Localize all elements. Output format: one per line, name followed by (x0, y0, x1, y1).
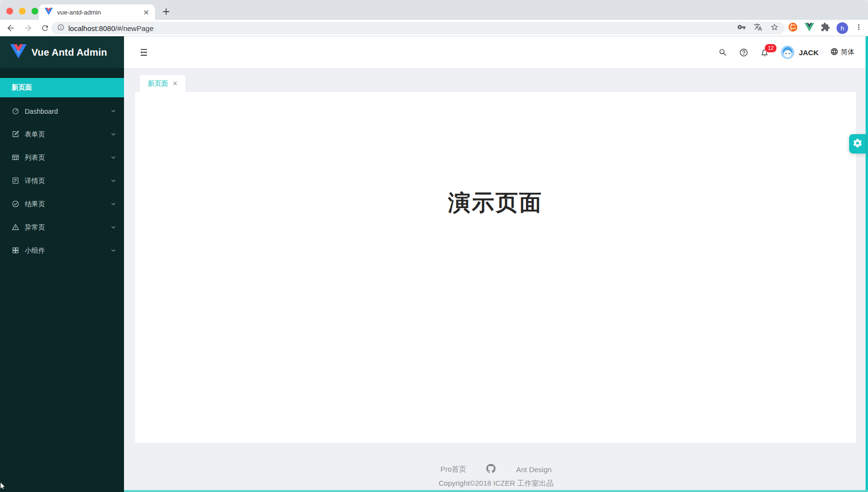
globe-icon (830, 47, 838, 57)
traffic-lights (6, 8, 38, 15)
extensions-puzzle-icon[interactable] (821, 22, 830, 34)
new-tab-button[interactable] (161, 6, 171, 19)
settings-gear-button[interactable] (849, 134, 866, 154)
settings-drawer-edge (866, 36, 868, 492)
app-header: 12 JACK (124, 36, 868, 68)
app-root: Vue Antd Admin 新页面 Dashboard (0, 36, 868, 492)
sidebar-item-new-page[interactable]: 新页面 (0, 78, 124, 97)
page-tab-close-icon[interactable]: ✕ (172, 80, 178, 87)
sidebar-item-form[interactable]: 表单页 (0, 125, 124, 144)
main-area: 12 JACK (124, 36, 868, 492)
chevron-down-icon (110, 224, 116, 231)
sidebar-item-widgets[interactable]: 小组件 (0, 241, 124, 261)
browser-tabstrip: vue-antd-admin ✕ (0, 0, 868, 20)
language-label: 简体 (841, 48, 854, 57)
chevron-down-icon (110, 131, 116, 138)
sidebar-item-list[interactable]: 列表页 (0, 148, 124, 168)
browser-toolbar: localhost:8080/#/newPage (0, 20, 868, 36)
help-icon[interactable] (739, 48, 748, 57)
forward-icon[interactable] (23, 23, 33, 33)
block-icon (12, 246, 19, 256)
form-icon (12, 130, 19, 139)
dashboard-icon (12, 107, 19, 116)
avatar (781, 46, 794, 59)
notification-badge: 12 (764, 44, 777, 53)
sidebar-item-exception[interactable]: 异常页 (0, 218, 124, 237)
chevron-down-icon (110, 247, 116, 255)
check-circle-icon (12, 200, 19, 209)
profile-icon (12, 177, 19, 186)
notifications-bell-icon[interactable]: 12 (760, 48, 769, 57)
url-text: localhost:8080/#/newPage (68, 24, 154, 32)
footer-link-pro-home[interactable]: Pro首页 (440, 465, 466, 474)
mouse-cursor (0, 482, 5, 491)
browser-tab[interactable]: vue-antd-admin ✕ (39, 4, 155, 20)
global-footer: Pro首页 Ant Design Copyright©2018 ICZER 工作… (124, 443, 868, 490)
chevron-down-icon (110, 177, 116, 185)
user-menu[interactable]: JACK (781, 46, 819, 59)
footer-link-ant-design[interactable]: Ant Design (516, 465, 551, 474)
username: JACK (799, 48, 819, 57)
refresh-icon[interactable] (41, 24, 49, 32)
page-tab-active[interactable]: 新页面 ✕ (140, 75, 186, 92)
sidebar-item-detail[interactable]: 详情页 (0, 171, 124, 191)
translate-icon[interactable] (754, 23, 762, 33)
extension-orange-icon[interactable] (788, 22, 798, 34)
app-logo[interactable]: Vue Antd Admin (0, 36, 124, 68)
search-icon[interactable] (718, 48, 728, 57)
github-icon[interactable] (486, 464, 496, 475)
page-title: 演示页面 (135, 92, 856, 218)
page-info-icon[interactable] (57, 24, 64, 33)
bookmark-star-icon[interactable] (770, 23, 779, 33)
password-key-icon[interactable] (737, 23, 746, 33)
browser-window: vue-antd-admin ✕ localhost:8080/#/newPag… (0, 0, 868, 492)
page-bottom-edge (124, 490, 868, 492)
maximize-window-button[interactable] (31, 8, 38, 15)
warning-icon (12, 223, 19, 232)
sidebar: Vue Antd Admin 新页面 Dashboard (0, 36, 124, 492)
chevron-down-icon (110, 154, 116, 162)
chevron-down-icon (110, 200, 116, 208)
sidebar-item-result[interactable]: 结果页 (0, 195, 124, 214)
sidebar-item-dashboard[interactable]: Dashboard (0, 102, 124, 121)
logo-title: Vue Antd Admin (31, 47, 107, 58)
gear-icon (852, 138, 863, 150)
sidebar-menu: 新页面 Dashboard (0, 68, 124, 261)
table-icon (12, 154, 19, 163)
page-tabbar: 新页面 ✕ (124, 68, 868, 92)
chevron-down-icon (110, 108, 116, 115)
browser-tab-title: vue-antd-admin (57, 9, 139, 16)
vue-favicon-icon (45, 8, 53, 17)
browser-menu-icon[interactable] (854, 23, 863, 33)
language-switch[interactable]: 简体 (830, 47, 854, 57)
browser-profile-avatar[interactable]: h (837, 22, 848, 34)
address-bar[interactable]: localhost:8080/#/newPage (51, 22, 785, 34)
minimize-window-button[interactable] (19, 8, 26, 15)
back-icon[interactable] (6, 23, 16, 33)
vue-devtools-icon[interactable] (805, 23, 814, 33)
browser-tab-close-icon[interactable]: ✕ (143, 9, 149, 16)
url-host: localhost:8080 (68, 24, 115, 32)
menu-fold-icon[interactable] (139, 47, 149, 58)
content-card: 演示页面 (135, 92, 856, 443)
close-window-button[interactable] (6, 8, 13, 15)
page-tab-label: 新页面 (148, 79, 168, 88)
copyright-text: Copyright©2018 ICZER 工作室出品 (439, 479, 554, 488)
vue-logo-icon (10, 44, 27, 61)
url-path: /#/newPage (115, 24, 154, 32)
